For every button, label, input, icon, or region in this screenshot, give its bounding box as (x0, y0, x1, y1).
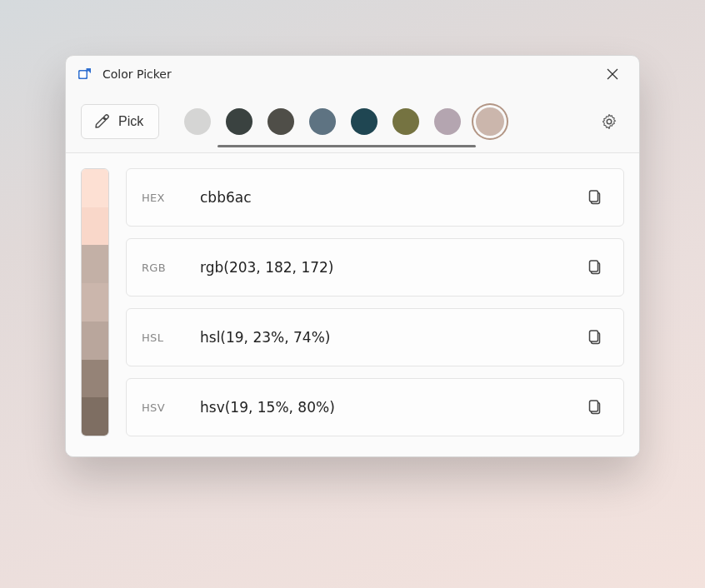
content-area: HEXcbb6acRGBrgb(203, 182, 172)HSLhsl(19,… (66, 153, 639, 456)
history-swatch[interactable] (309, 108, 336, 135)
history-swatch[interactable] (226, 108, 252, 135)
history-swatch[interactable] (392, 108, 419, 135)
copy-icon (588, 329, 602, 346)
history-scrollbar[interactable] (218, 145, 476, 147)
copy-button[interactable] (582, 184, 608, 211)
copy-button[interactable] (582, 324, 608, 351)
format-label: HSV (142, 401, 200, 414)
titlebar[interactable]: Color Picker (66, 56, 639, 92)
shade-swatch[interactable] (82, 169, 108, 207)
format-value: rgb(203, 182, 172) (200, 259, 582, 276)
close-button[interactable] (596, 61, 629, 87)
color-history[interactable] (184, 107, 504, 136)
format-label: HEX (142, 192, 200, 204)
format-value: hsl(19, 23%, 74%) (200, 329, 582, 346)
toolbar: Pick (66, 92, 639, 153)
svg-rect-7 (590, 261, 598, 272)
shade-swatch[interactable] (82, 245, 108, 283)
format-list: HEXcbb6acRGBrgb(203, 182, 172)HSLhsl(19,… (126, 168, 624, 436)
format-label: HSL (142, 331, 200, 344)
format-row-rgb[interactable]: RGBrgb(203, 182, 172) (126, 238, 624, 296)
shade-strip[interactable] (81, 168, 109, 436)
history-swatch[interactable] (434, 108, 461, 135)
shade-swatch[interactable] (82, 397, 108, 436)
pick-button-label: Pick (118, 114, 143, 129)
svg-rect-11 (590, 401, 598, 411)
copy-icon (588, 189, 602, 206)
format-row-hsv[interactable]: HSVhsv(19, 15%, 80%) (126, 378, 624, 436)
gear-icon (601, 113, 618, 130)
history-swatch[interactable] (268, 108, 294, 135)
pick-button[interactable]: Pick (81, 104, 159, 139)
format-row-hsl[interactable]: HSLhsl(19, 23%, 74%) (126, 308, 624, 366)
history-swatch[interactable] (351, 108, 378, 135)
shade-swatch[interactable] (82, 360, 108, 398)
svg-rect-5 (590, 191, 598, 202)
shade-swatch[interactable] (82, 283, 108, 321)
format-value: cbb6ac (200, 189, 582, 206)
copy-icon (588, 259, 602, 276)
svg-rect-9 (590, 331, 598, 341)
eyedropper-icon (93, 113, 110, 130)
history-swatch[interactable] (184, 108, 211, 135)
copy-button[interactable] (582, 254, 608, 281)
format-label: RGB (142, 262, 200, 274)
format-row-hex[interactable]: HEXcbb6ac (126, 168, 624, 227)
shade-swatch[interactable] (82, 321, 108, 360)
format-value: hsv(19, 15%, 80%) (200, 399, 582, 416)
app-icon (78, 67, 92, 82)
settings-button[interactable] (594, 107, 624, 137)
shade-swatch[interactable] (82, 207, 108, 246)
svg-rect-1 (80, 72, 87, 78)
color-picker-window: Color Picker Pick HEXcbb6acRGB (65, 55, 640, 457)
close-icon (607, 68, 618, 80)
app-title: Color Picker (102, 67, 172, 81)
copy-icon (588, 399, 602, 416)
history-swatch[interactable] (476, 107, 504, 136)
copy-button[interactable] (582, 394, 608, 421)
